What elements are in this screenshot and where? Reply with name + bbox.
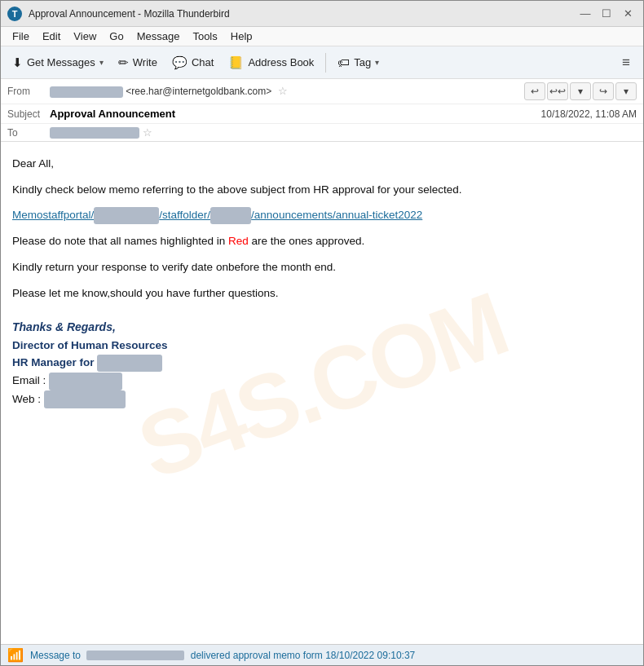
link-part2: /staffolder/ — [159, 209, 210, 221]
signature-email: Email : — [12, 372, 632, 390]
chat-button[interactable]: 💬 Chat — [165, 52, 220, 73]
from-value: <ree.har@internetgoldbank.com> ☆ — [50, 85, 518, 98]
write-label: Write — [133, 56, 157, 68]
to-star-icon[interactable]: ☆ — [143, 126, 152, 139]
email-content: Dear All, Kindly check below memo referr… — [12, 155, 632, 408]
sig-email-label: Email : — [12, 374, 46, 386]
link-redact2 — [210, 207, 251, 225]
signature-web: Web : — [12, 390, 632, 408]
para3-red: Red — [228, 235, 249, 247]
signature-thanks: Thanks & Regards, — [12, 318, 632, 336]
sig-web-redact — [44, 390, 126, 408]
main-window: T Approval Announcement - Mozilla Thunde… — [0, 0, 644, 666]
to-row: To ☆ — [1, 124, 643, 141]
sig-web-label: Web : — [12, 393, 41, 405]
sig-line2-prefix: HR Manager for — [12, 356, 97, 368]
write-button[interactable]: ✏ Write — [112, 52, 164, 73]
menu-help[interactable]: Help — [224, 29, 259, 44]
reply-all-button[interactable]: ↩↩ — [547, 82, 568, 100]
menu-edit[interactable]: Edit — [36, 29, 67, 44]
greeting: Dear All, — [12, 155, 632, 173]
reply-button[interactable]: ↩ — [524, 82, 545, 100]
sig-email-redact — [49, 373, 122, 390]
link-part3: /announcements/annual-ticket2022 — [251, 209, 422, 221]
write-icon: ✏ — [118, 55, 129, 70]
signature-line2: HR Manager for — [12, 354, 632, 372]
email-date: 10/18/2022, 11:08 AM — [541, 108, 637, 120]
tag-arrow[interactable]: ▾ — [375, 58, 379, 67]
link-part1: Memostaffportal/ — [12, 209, 94, 221]
to-redacted — [50, 127, 139, 139]
address-book-label: Address Book — [248, 56, 314, 68]
para3-after: are the ones approved. — [249, 235, 365, 247]
to-label: To — [7, 127, 50, 139]
reply-actions: ↩ ↩↩ ▾ ↪ ▾ — [524, 82, 637, 100]
menu-view[interactable]: View — [67, 29, 103, 44]
toolbar: ⬇ Get Messages ▾ ✏ Write 💬 Chat 📒 Addres… — [1, 46, 643, 79]
window-controls: — ☐ ✕ — [576, 7, 637, 21]
chat-icon: 💬 — [172, 55, 187, 70]
from-redacted — [50, 86, 123, 98]
body-para4: Kindly return your response to verify da… — [12, 258, 632, 276]
from-star-icon[interactable]: ☆ — [278, 85, 288, 97]
app-icon: T — [7, 7, 22, 21]
status-after: delivered approval memo form 18/10/2022 … — [191, 650, 416, 661]
tag-button[interactable]: 🏷 Tag ▾ — [331, 52, 386, 73]
menu-file[interactable]: File — [6, 29, 36, 44]
subject-value: Approval Announcement — [50, 108, 541, 120]
status-bar: 📶 Message to delivered approval memo for… — [1, 644, 643, 665]
menu-tools[interactable]: Tools — [186, 29, 223, 44]
body-para1: Kindly check below memo referring to the… — [12, 181, 632, 199]
menu-message[interactable]: Message — [130, 29, 187, 44]
hamburger-button[interactable]: ≡ — [614, 51, 638, 74]
menu-bar: File Edit View Go Message Tools Help — [1, 27, 643, 46]
to-value — [50, 126, 139, 139]
subject-row: Subject Approval Announcement 10/18/2022… — [1, 104, 643, 124]
maximize-button[interactable]: ☐ — [598, 7, 615, 21]
sig-line2-redact — [97, 355, 162, 373]
get-messages-arrow[interactable]: ▾ — [99, 58, 104, 67]
from-row: From <ree.har@internetgoldbank.com> ☆ ↩ … — [1, 79, 643, 104]
email-signature: Thanks & Regards, Director of Human Reso… — [12, 318, 632, 408]
link-redact1 — [94, 207, 159, 225]
window-title: Approval Announcement - Mozilla Thunderb… — [29, 8, 576, 20]
forward-dropdown-button[interactable]: ▾ — [615, 82, 637, 100]
address-book-button[interactable]: 📒 Address Book — [222, 52, 320, 73]
signature-line1: Director of Human Resources — [12, 337, 632, 355]
memo-link[interactable]: Memostaffportal/ /staffolder/ /announcem… — [12, 209, 422, 221]
email-header: From <ree.har@internetgoldbank.com> ☆ ↩ … — [1, 79, 643, 142]
from-label: From — [7, 86, 50, 97]
tag-label: Tag — [354, 56, 371, 68]
status-text: Message to delivered approval memo form … — [30, 650, 415, 661]
body-para3: Please do note that all names highlighte… — [12, 232, 632, 250]
title-bar: T Approval Announcement - Mozilla Thunde… — [1, 1, 643, 27]
forward-button[interactable]: ↪ — [593, 82, 614, 100]
tag-icon: 🏷 — [337, 55, 350, 69]
get-messages-button[interactable]: ⬇ Get Messages ▾ — [6, 52, 110, 73]
status-icon: 📶 — [7, 647, 24, 663]
toolbar-sep — [325, 53, 326, 73]
status-before: Message to — [30, 650, 81, 661]
close-button[interactable]: ✕ — [619, 7, 637, 21]
get-messages-label: Get Messages — [27, 56, 95, 68]
email-body: S4S.COM Dear All, Kindly check below mem… — [1, 142, 643, 644]
menu-go[interactable]: Go — [103, 29, 130, 44]
minimize-button[interactable]: — — [576, 7, 594, 21]
body-para5: Please let me know,should you have furth… — [12, 284, 632, 302]
link-para: Memostaffportal/ /staffolder/ /announcem… — [12, 206, 632, 224]
get-messages-icon: ⬇ — [12, 55, 23, 70]
subject-label: Subject — [7, 108, 50, 120]
from-email: <ree.har@internetgoldbank.com> — [126, 86, 271, 97]
status-redacted — [86, 651, 184, 660]
reply-dropdown-button[interactable]: ▾ — [570, 82, 591, 100]
address-book-icon: 📒 — [228, 55, 244, 70]
chat-label: Chat — [192, 56, 214, 68]
para3-before: Please do note that all names highlighte… — [12, 235, 228, 247]
